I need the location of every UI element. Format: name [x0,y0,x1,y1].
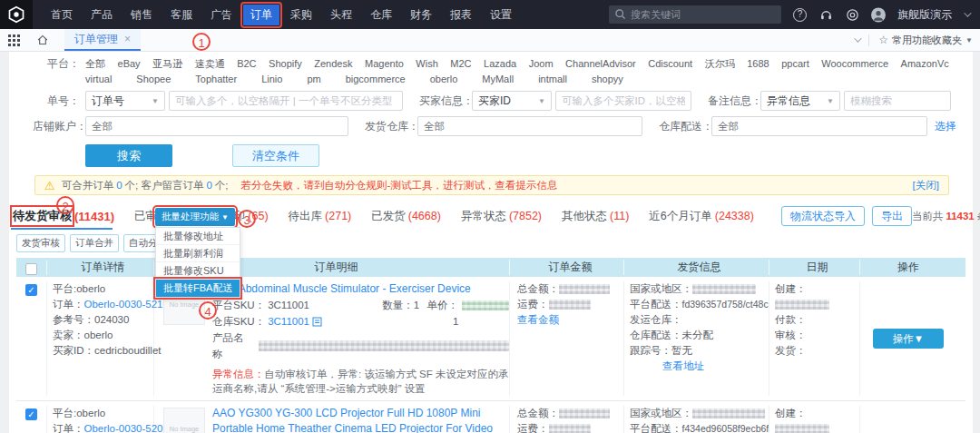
platform-option[interactable]: Joom [529,57,554,70]
nav-ads[interactable]: 广告 [203,5,240,25]
menu-batch-to-fba-delivery[interactable]: 批量转FBA配送 [156,280,240,297]
platform-option[interactable]: Zendesk [314,57,352,70]
platform-option[interactable]: 全部 [85,57,105,70]
ship-warehouse-input[interactable] [417,116,642,136]
view-amount-link[interactable]: 查看金额 [517,314,559,325]
nav-service[interactable]: 客服 [163,5,200,25]
platform-option[interactable]: Lazada [484,57,516,70]
favorites-menu[interactable]: ☆ 常用功能收藏夹 ▼ [878,34,973,47]
message-count: 0 [206,180,211,191]
platform-option[interactable]: AmazonVc [901,57,949,70]
nav-sales[interactable]: 销售 [123,5,160,25]
platform-option[interactable]: intmall [538,73,567,85]
platform-option[interactable]: pm [307,73,320,85]
row-action-button[interactable]: 操作▼ [873,329,944,349]
product-title-link[interactable]: AAO YG300 YG-300 LCD Projector Full HD 1… [212,406,509,433]
platform-option[interactable]: Tophatter [195,73,237,85]
platform-option[interactable]: 速卖通 [195,57,225,70]
warehouse-sku-link[interactable]: 3C11001 [268,313,309,330]
platform-option[interactable]: MyMall [482,73,514,85]
collapse-chevron-icon[interactable] [854,34,861,42]
view-address-link[interactable]: 查看地址 [662,360,704,371]
row-checkbox[interactable]: ✓ [25,284,37,296]
clear-conditions-button[interactable]: 清空条件 [232,144,319,167]
buyer-input[interactable] [555,91,691,111]
user-avatar[interactable] [871,7,886,22]
order-no-input[interactable] [169,91,403,111]
platform-option[interactable]: bigcommerce [346,73,406,85]
feedback-icon[interactable] [845,7,859,22]
search-button[interactable]: 搜索 [85,144,172,167]
order-no-type-select[interactable]: 订单号▼ [85,91,165,111]
platform-option[interactable]: ppcart [781,57,809,70]
select-all-checkbox[interactable] [25,263,37,275]
account-chevron-down-icon[interactable] [964,9,971,16]
tab-recent-6-months[interactable]: 近6个月订单(24338) [649,209,754,224]
nav-first-leg[interactable]: 头程 [323,5,359,25]
choose-link[interactable]: 选择 [935,116,956,136]
order-action-button[interactable]: 发货审核 [16,234,65,252]
remark-type-select[interactable]: 异常信息▼ [760,91,840,111]
menu-batch-edit-sku[interactable]: 批量修改SKU [156,262,240,280]
tab-other-status[interactable]: 其他状态(11) [562,209,629,224]
platform-option[interactable]: Shopify [269,57,302,70]
platform-option[interactable]: shopyy [592,73,623,85]
apps-grid-icon[interactable] [0,29,28,51]
account-name[interactable]: 旗舰版演示 [897,7,952,23]
nav-settings[interactable]: 设置 [483,5,519,25]
platform-option[interactable]: ChannelAdvisor [565,57,636,70]
logistics-status-import-button[interactable]: 物流状态导入 [781,206,865,226]
close-notice-link[interactable]: [关闭] [913,179,939,192]
close-tab-icon[interactable]: × [124,33,131,45]
remark-input[interactable] [844,91,951,111]
headset-support-icon[interactable] [818,7,833,22]
platform-option[interactable]: Wish [416,57,437,70]
platform-option[interactable]: 1688 [747,57,769,70]
platform-option[interactable]: oberlo [430,73,458,85]
home-icon[interactable] [28,29,57,51]
warehouse-delivery-input[interactable] [711,116,927,136]
nav-home[interactable]: 首页 [44,5,80,25]
tab-abnormal[interactable]: 异常状态(7852) [461,209,542,224]
platform-option[interactable]: Woocommerce [821,57,888,70]
nav-products[interactable]: 产品 [83,5,120,25]
notice-text: 个; [215,179,229,192]
order-action-button[interactable]: 订单合并 [70,234,119,252]
menu-batch-refresh-profit[interactable]: 批量刷新利润 [156,245,240,262]
platform-option[interactable]: virtual [85,73,112,85]
order-count-summary: 当前共11431条订单，已选择2条 [912,210,980,223]
global-search-input[interactable]: 搜索关键词 [609,5,781,24]
tab-to-outbound[interactable]: 待出库(271) [289,209,352,224]
nav-purchase[interactable]: 采购 [283,5,319,25]
platform-option[interactable]: Shopee [136,73,171,85]
platform-option[interactable]: 亚马逊 [152,57,182,70]
batch-process-menu-button[interactable]: 批量处理功能▼ [155,208,235,226]
status-tabs: 待发货审核(11431) 已审核(40) 待打印(65) 待出库(271) 已发… [9,202,973,230]
tab-shipped[interactable]: 已发货(4668) [371,209,441,224]
platform-option[interactable]: M2C [450,57,471,70]
help-icon[interactable]: ? [793,8,807,22]
platform-option[interactable]: Magento [365,57,404,70]
store-account-input[interactable] [85,116,348,136]
buyer-type-select[interactable]: 买家ID▼ [472,91,552,111]
export-button[interactable]: 导出 [872,206,912,226]
platform-option[interactable]: 沃尔玛 [705,57,735,70]
nav-finance[interactable]: 财务 [403,5,439,25]
split-warehouse-alert: 若分仓失败，请到自动分仓规则-测试工具，进行测试，查看提示信息 [241,179,558,192]
platform-option[interactable]: eBay [118,57,141,70]
menu-batch-edit-address[interactable]: 批量修改地址 [156,228,240,245]
platform-option[interactable]: B2C [237,57,256,70]
platform-option[interactable]: Linio [261,73,282,85]
app-logo-icon[interactable] [0,0,33,29]
platform-option[interactable]: Cdiscount [648,57,692,70]
nav-orders[interactable]: 订单 [243,5,279,25]
product-title-link[interactable]: EMS Abdominal Muscle Stimulator - Exerci… [212,281,509,297]
nav-warehouse[interactable]: 仓库 [363,5,399,25]
warehouse-sku-icon[interactable] [312,317,322,327]
redacted-date [775,424,829,433]
tab-order-management[interactable]: 订单管理 × [64,29,141,51]
redacted-country [692,284,756,294]
row-checkbox[interactable]: ✓ [25,408,37,420]
redacted-freight [549,300,591,310]
nav-reports[interactable]: 报表 [443,5,479,25]
